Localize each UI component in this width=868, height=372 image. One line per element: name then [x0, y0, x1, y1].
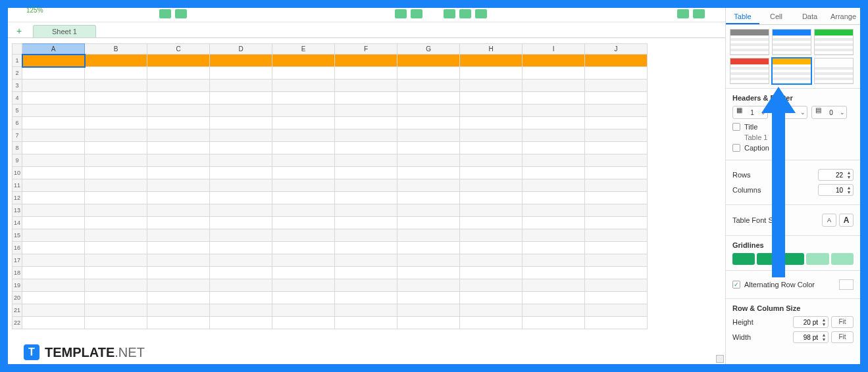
- cell[interactable]: [397, 105, 460, 117]
- tool-icon[interactable]: [459, 9, 471, 18]
- cell[interactable]: [85, 117, 147, 129]
- cell[interactable]: [210, 179, 272, 192]
- cell[interactable]: [272, 229, 335, 242]
- alt-row-checkbox[interactable]: ✓: [732, 281, 740, 289]
- cell[interactable]: [585, 267, 648, 279]
- cell[interactable]: [585, 129, 648, 142]
- cell[interactable]: [210, 304, 272, 317]
- table-style-option[interactable]: [814, 58, 854, 84]
- gridline-option[interactable]: [782, 253, 804, 265]
- font-smaller-button[interactable]: A: [822, 214, 836, 227]
- cell[interactable]: [272, 67, 335, 80]
- height-fit-button[interactable]: Fit: [831, 316, 854, 328]
- cell[interactable]: [523, 317, 585, 329]
- cell[interactable]: [397, 317, 460, 329]
- cell[interactable]: [272, 142, 335, 154]
- alt-row-color-swatch[interactable]: [839, 279, 854, 290]
- cell[interactable]: [585, 204, 648, 217]
- cell[interactable]: [147, 117, 210, 129]
- rows-stepper[interactable]: ▴▾: [818, 169, 854, 181]
- cell[interactable]: [210, 267, 272, 279]
- cell[interactable]: [397, 229, 460, 242]
- cell[interactable]: [335, 154, 397, 167]
- cell[interactable]: [397, 117, 460, 129]
- row-header[interactable]: 20: [13, 292, 22, 304]
- cell[interactable]: [147, 67, 210, 80]
- cell[interactable]: [523, 267, 585, 279]
- cell[interactable]: [272, 292, 335, 304]
- cell[interactable]: [210, 142, 272, 154]
- cell[interactable]: [147, 55, 210, 67]
- width-fit-button[interactable]: Fit: [831, 331, 854, 343]
- cell[interactable]: [585, 167, 648, 179]
- cell[interactable]: [85, 317, 147, 329]
- cell[interactable]: [85, 267, 147, 279]
- cell[interactable]: [210, 167, 272, 179]
- sheet-tab[interactable]: Sheet 1: [33, 25, 96, 37]
- cell[interactable]: [397, 292, 460, 304]
- cell[interactable]: [460, 254, 523, 267]
- cell[interactable]: [210, 192, 272, 204]
- height-stepper[interactable]: ▴▾: [793, 316, 829, 328]
- cell[interactable]: [272, 217, 335, 229]
- cell[interactable]: [22, 242, 85, 254]
- cell[interactable]: [523, 304, 585, 317]
- cell[interactable]: [523, 167, 585, 179]
- cell[interactable]: [460, 117, 523, 129]
- row-header[interactable]: 17: [13, 254, 22, 267]
- row-header[interactable]: 16: [13, 242, 22, 254]
- cell[interactable]: [85, 92, 147, 105]
- cell[interactable]: [22, 292, 85, 304]
- cell[interactable]: [585, 92, 648, 105]
- cell[interactable]: [272, 55, 335, 67]
- cell[interactable]: [147, 105, 210, 117]
- cell[interactable]: [147, 129, 210, 142]
- cell[interactable]: [397, 192, 460, 204]
- cell[interactable]: [210, 117, 272, 129]
- cell[interactable]: [523, 80, 585, 92]
- cell[interactable]: [523, 105, 585, 117]
- col-header[interactable]: G: [397, 44, 460, 55]
- cell[interactable]: [85, 142, 147, 154]
- gridline-option[interactable]: [806, 253, 829, 265]
- spreadsheet-area[interactable]: A B C D E F G H I J 12345678910111213141…: [8, 38, 725, 364]
- cell[interactable]: [335, 279, 397, 292]
- cell[interactable]: [523, 67, 585, 80]
- cell[interactable]: [585, 192, 648, 204]
- cell[interactable]: [397, 167, 460, 179]
- cell[interactable]: [335, 229, 397, 242]
- cell[interactable]: [335, 117, 397, 129]
- col-header[interactable]: J: [585, 44, 648, 55]
- cell[interactable]: [272, 117, 335, 129]
- cell[interactable]: [147, 167, 210, 179]
- row-header[interactable]: 22: [13, 317, 22, 329]
- cell[interactable]: [85, 192, 147, 204]
- cell[interactable]: [147, 304, 210, 317]
- cell[interactable]: [210, 154, 272, 167]
- cell[interactable]: [335, 204, 397, 217]
- table-style-option[interactable]: [772, 58, 811, 84]
- cell[interactable]: [585, 317, 648, 329]
- cell[interactable]: [335, 254, 397, 267]
- cell[interactable]: [523, 217, 585, 229]
- cell[interactable]: [460, 204, 523, 217]
- cell[interactable]: [523, 229, 585, 242]
- cell[interactable]: [22, 142, 85, 154]
- cell[interactable]: [210, 92, 272, 105]
- cell[interactable]: [22, 317, 85, 329]
- row-header[interactable]: 21: [13, 304, 22, 317]
- cell[interactable]: [335, 129, 397, 142]
- inspector-tabs[interactable]: Table Cell Data Arrange: [726, 8, 860, 25]
- cell[interactable]: [335, 105, 397, 117]
- cell[interactable]: [335, 167, 397, 179]
- cell[interactable]: [210, 292, 272, 304]
- cell[interactable]: [460, 179, 523, 192]
- cell[interactable]: [397, 55, 460, 67]
- tool-icon[interactable]: [411, 9, 422, 18]
- columns-stepper[interactable]: ▴▾: [818, 184, 854, 196]
- tool-icon[interactable]: [395, 9, 407, 18]
- cell[interactable]: [397, 129, 460, 142]
- tool-icon[interactable]: [159, 9, 171, 18]
- cell[interactable]: [147, 80, 210, 92]
- cell[interactable]: [272, 279, 335, 292]
